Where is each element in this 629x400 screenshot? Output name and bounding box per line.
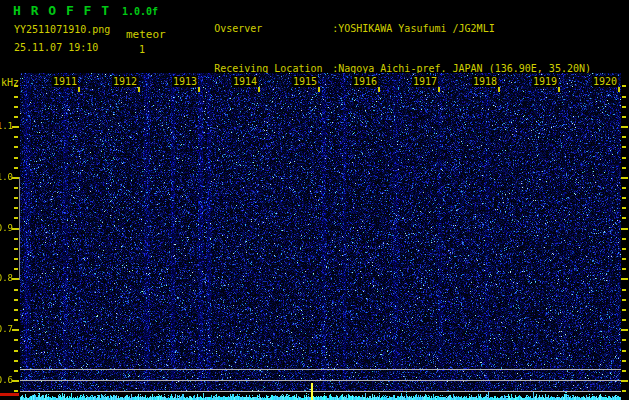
freq-minor-tick (14, 157, 18, 159)
signal-level-strip-canvas (20, 392, 621, 400)
freq-minor-tick (14, 197, 18, 199)
info-value: :YOSHIKAWA Yasufumi /JG2MLI (332, 23, 495, 34)
hrofft-output-image: H R O F F T 1.0.0f YY2511071910.png mete… (0, 0, 629, 400)
freq-minor-tick (14, 116, 18, 118)
filename-label: YY2511071910.png (14, 24, 110, 35)
freq-minor-tick (14, 187, 18, 189)
right-major-tick (621, 329, 628, 331)
right-minor-tick (622, 390, 626, 392)
right-minor-tick (622, 319, 626, 321)
datetime-label: 25.11.07 19:10 (14, 42, 98, 53)
time-tick-label: 1919 (532, 76, 558, 87)
info-label: Ovserver (214, 22, 332, 36)
freq-major-tick (12, 126, 19, 128)
freq-minor-tick (14, 339, 18, 341)
right-minor-tick (622, 217, 626, 219)
db-scale-bar (19, 177, 20, 280)
right-minor-tick (622, 187, 626, 189)
time-tick (498, 87, 500, 92)
detection-marker (311, 383, 313, 400)
time-tick (378, 87, 380, 92)
right-minor-tick (622, 289, 626, 291)
right-minor-tick (622, 299, 626, 301)
time-tick-label: 1914 (232, 76, 258, 87)
reference-grid-line (20, 369, 621, 370)
right-major-tick (621, 380, 628, 382)
right-minor-tick (622, 258, 626, 260)
right-major-tick (621, 177, 628, 179)
freq-minor-tick (14, 360, 18, 362)
freq-minor-tick (14, 207, 18, 209)
right-minor-tick (622, 136, 626, 138)
time-tick-label: 1912 (112, 76, 138, 87)
freq-major-tick (12, 177, 19, 179)
app-title: H R O F F T (13, 3, 110, 18)
right-minor-tick (622, 106, 626, 108)
freq-minor-tick (14, 248, 18, 250)
freq-minor-tick (14, 258, 18, 260)
time-tick (138, 87, 140, 92)
time-tick (618, 87, 620, 92)
right-minor-tick (622, 238, 626, 240)
freq-minor-tick (14, 167, 18, 169)
right-minor-tick (622, 167, 626, 169)
time-tick (258, 87, 260, 92)
info-row-observer: Ovserver:YOSHIKAWA Yasufumi /JG2MLI (178, 8, 591, 49)
freq-major-tick (12, 228, 19, 230)
red-calibration-bar (0, 393, 19, 396)
time-tick (78, 87, 80, 92)
freq-minor-tick (14, 309, 18, 311)
time-tick-label: 1911 (52, 76, 78, 87)
right-minor-tick (622, 197, 626, 199)
freq-minor-tick (14, 350, 18, 352)
freq-minor-tick (14, 217, 18, 219)
time-tick (198, 87, 200, 92)
time-tick-label: 1917 (412, 76, 438, 87)
right-major-tick (621, 126, 628, 128)
freq-minor-tick (14, 299, 18, 301)
right-minor-tick (622, 268, 626, 270)
right-minor-tick (622, 350, 626, 352)
right-minor-tick (622, 116, 626, 118)
time-tick (318, 87, 320, 92)
channel-number-label: 1 (139, 44, 145, 55)
right-minor-tick (622, 360, 626, 362)
time-tick-label: 1920 (592, 76, 618, 87)
freq-major-tick (12, 278, 19, 280)
right-minor-tick (622, 248, 626, 250)
freq-minor-tick (14, 85, 18, 87)
right-minor-tick (622, 370, 626, 372)
right-minor-tick (622, 146, 626, 148)
freq-minor-tick (14, 370, 18, 372)
right-minor-tick (622, 309, 626, 311)
freq-minor-tick (14, 319, 18, 321)
right-minor-tick (622, 339, 626, 341)
freq-minor-tick (14, 289, 18, 291)
right-major-tick (621, 228, 628, 230)
time-tick-label: 1918 (472, 76, 498, 87)
version-label: 1.0.0f (122, 6, 158, 17)
right-minor-tick (622, 96, 626, 98)
right-minor-tick (622, 85, 626, 87)
freq-minor-tick (14, 390, 18, 392)
freq-minor-tick (14, 106, 18, 108)
time-tick-label: 1915 (292, 76, 318, 87)
freq-minor-tick (14, 96, 18, 98)
freq-major-tick (12, 380, 19, 382)
time-tick-label: 1913 (172, 76, 198, 87)
time-tick (558, 87, 560, 92)
spectrogram-canvas (20, 73, 621, 392)
freq-major-tick (12, 329, 19, 331)
freq-minor-tick (14, 268, 18, 270)
freq-minor-tick (14, 238, 18, 240)
right-major-tick (621, 278, 628, 280)
freq-minor-tick (14, 136, 18, 138)
right-minor-tick (622, 157, 626, 159)
time-tick-label: 1916 (352, 76, 378, 87)
right-minor-tick (622, 207, 626, 209)
reference-grid-line (20, 380, 621, 381)
time-tick (438, 87, 440, 92)
mode-label: meteor (126, 28, 166, 41)
freq-minor-tick (14, 146, 18, 148)
